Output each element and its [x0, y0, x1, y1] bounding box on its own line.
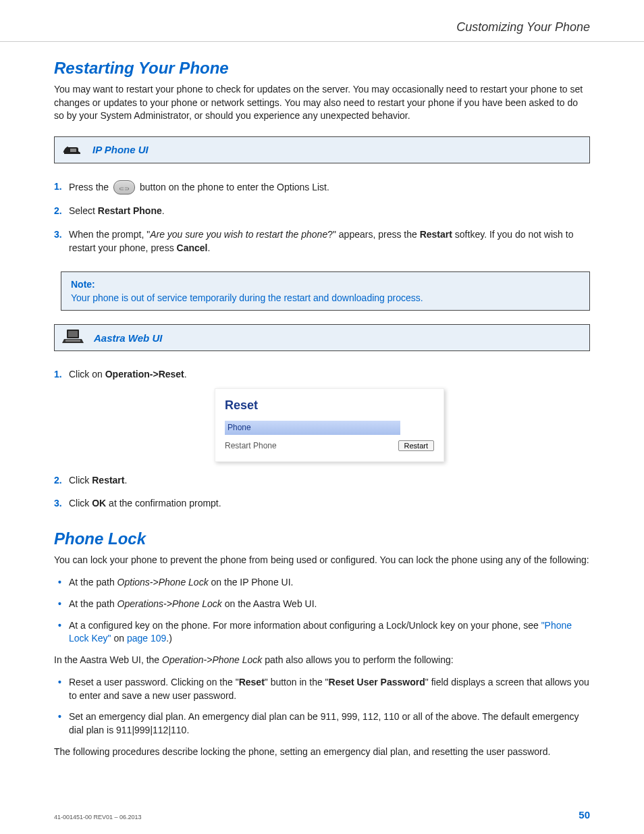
additional-options-paragraph: In the Aastra Web UI, the Operation->Pho… [54, 654, 590, 667]
additional-options-list: Reset a user password. Clicking on the "… [54, 676, 590, 737]
page-109-link[interactable]: page 109 [127, 633, 166, 644]
page-content: Restarting Your Phone You may want to re… [0, 42, 644, 758]
list-item: Reset a user password. Clicking on the "… [54, 676, 590, 702]
svg-rect-3 [65, 340, 80, 342]
steps-web-ui: Click on Operation->Reset. Reset Phone R… [54, 368, 590, 511]
list-item: At the path Operations->Phone Lock on th… [54, 598, 590, 611]
reset-row: Restart Phone Restart [225, 440, 434, 452]
footer-revision: 41-001451-00 REV01 – 06.2013 [54, 814, 142, 820]
page-header: Customizing Your Phone [0, 0, 644, 42]
note-body: Your phone is out of service temporarily… [71, 292, 580, 303]
options-button-icon: ⊂⊃ [113, 180, 135, 195]
reset-panel-title: Reset [225, 397, 434, 414]
section-title-restarting: Restarting Your Phone [54, 59, 590, 78]
note-label: Note: [71, 279, 580, 290]
phone-lock-intro: You can lock your phone to prevent the p… [54, 554, 590, 567]
note-box: Note: Your phone is out of service tempo… [61, 271, 590, 311]
list-item: At a configured key on the phone. For mo… [54, 619, 590, 646]
step-1: Press the ⊂⊃ button on the phone to ente… [54, 180, 590, 195]
step-2: Select Restart Phone. [54, 205, 590, 218]
list-item: Set an emergency dial plan. An emergency… [54, 710, 590, 737]
web-step-3: Click OK at the confirmation prompt. [54, 497, 590, 511]
svg-rect-2 [68, 331, 78, 337]
reset-row-label: Restart Phone [225, 440, 277, 452]
closing-paragraph: The following procedures describe lockin… [54, 746, 590, 759]
web-step-2: Click Restart. [54, 474, 590, 488]
step-3: When the prompt, "Are you sure you wish … [54, 228, 590, 255]
list-item: At the path Options->Phone Lock on the I… [54, 576, 590, 590]
ip-phone-ui-box: IP Phone UI [54, 136, 590, 163]
steps-ip-phone: Press the ⊂⊃ button on the phone to ente… [54, 180, 590, 255]
page-footer: 41-001451-00 REV01 – 06.2013 50 [54, 809, 590, 820]
intro-paragraph: You may want to restart your phone to ch… [54, 83, 590, 123]
lock-options-list: At the path Options->Phone Lock on the I… [54, 576, 590, 645]
reset-panel: Reset Phone Restart Phone Restart [215, 388, 444, 462]
page-number: 50 [579, 809, 590, 820]
reset-panel-subheader: Phone [225, 421, 400, 435]
laptop-icon [61, 328, 84, 348]
aastra-web-ui-box: Aastra Web UI [54, 324, 590, 351]
ip-phone-ui-label: IP Phone UI [92, 144, 149, 155]
web-step-1: Click on Operation->Reset. Reset Phone R… [54, 368, 590, 461]
section-title-phone-lock: Phone Lock [54, 529, 590, 548]
phone-icon [61, 140, 83, 159]
breadcrumb: Customizing Your Phone [456, 20, 590, 34]
restart-button[interactable]: Restart [398, 440, 434, 451]
svg-rect-0 [70, 149, 76, 152]
aastra-web-ui-label: Aastra Web UI [94, 332, 162, 344]
